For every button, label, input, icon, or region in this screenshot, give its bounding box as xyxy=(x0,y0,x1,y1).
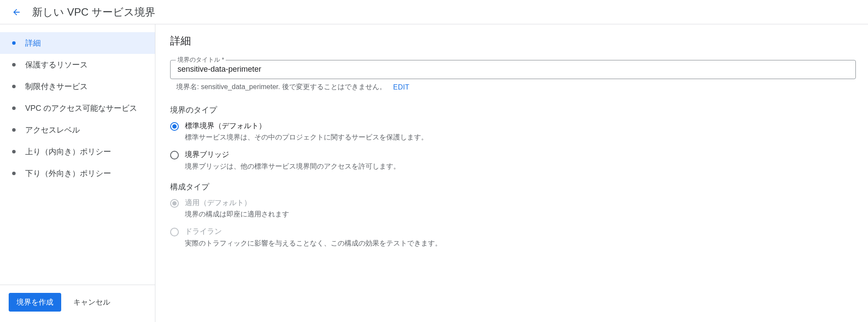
radio-standard-perimeter[interactable]: 標準境界（デフォルト） 標準サービス境界は、その中のプロジェクトに関するサービス… xyxy=(170,121,856,142)
sidebar-item-access-levels[interactable]: アクセスレベル xyxy=(0,119,155,141)
sidebar-item-details[interactable]: 詳細 xyxy=(0,32,155,54)
body: 詳細 保護するリソース 制限付きサービス VPC のアクセス可能なサービス アク… xyxy=(0,24,868,322)
step-dot-icon xyxy=(12,63,16,66)
sidebar-item-label: アクセスレベル xyxy=(25,125,80,135)
radio-text: ドライラン 実際のトラフィックに影響を与えることなく、この構成の効果をテストでき… xyxy=(185,227,442,248)
option-description: 実際のトラフィックに影響を与えることなく、この構成の効果をテストできます。 xyxy=(185,239,442,248)
sidebar-item-label: 詳細 xyxy=(25,38,41,48)
option-description: 境界ブリッジは、他の標準サービス境界間のアクセスを許可します。 xyxy=(185,162,400,171)
sidebar-items: 詳細 保護するリソース 制限付きサービス VPC のアクセス可能なサービス アク… xyxy=(0,32,155,285)
radio-enforce: 適用（デフォルト） 境界の構成は即座に適用されます xyxy=(170,198,856,219)
sidebar-item-restricted-services[interactable]: 制限付きサービス xyxy=(0,76,155,97)
radio-text: 標準境界（デフォルト） 標準サービス境界は、その中のプロジェクトに関するサービス… xyxy=(185,121,428,142)
radio-icon xyxy=(170,199,179,208)
option-label: 境界ブリッジ xyxy=(185,150,400,159)
helper-text: 境界名: sensitive_data_perimeter. 後で変更することは… xyxy=(176,83,386,92)
step-dot-icon xyxy=(12,85,16,88)
radio-text: 境界ブリッジ 境界ブリッジは、他の標準サービス境界間のアクセスを許可します。 xyxy=(185,150,400,171)
sidebar-item-label: 上り（内向き）ポリシー xyxy=(25,146,111,157)
group-heading: 境界のタイプ xyxy=(170,105,856,115)
step-dot-icon xyxy=(12,150,16,153)
step-dot-icon xyxy=(12,41,16,45)
sidebar-item-egress-policies[interactable]: 下り（外向き）ポリシー xyxy=(0,163,155,184)
radio-text: 適用（デフォルト） 境界の構成は即座に適用されます xyxy=(185,198,289,219)
main-panel: 詳細 境界のタイトル * 境界名: sensitive_data_perimet… xyxy=(155,24,868,322)
sidebar: 詳細 保護するリソース 制限付きサービス VPC のアクセス可能なサービス アク… xyxy=(0,24,155,322)
back-arrow-button[interactable] xyxy=(9,4,24,20)
config-type-group: 構成タイプ 適用（デフォルト） 境界の構成は即座に適用されます ドライラン 実際… xyxy=(170,182,856,248)
sidebar-item-label: 保護するリソース xyxy=(25,60,88,70)
sidebar-item-label: VPC のアクセス可能なサービス xyxy=(25,103,137,113)
page-title: 新しい VPC サービス境界 xyxy=(32,5,155,19)
step-dot-icon xyxy=(12,128,16,132)
helper-row: 境界名: sensitive_data_perimeter. 後で変更することは… xyxy=(170,83,856,92)
cancel-button[interactable]: キャンセル xyxy=(72,294,112,311)
radio-dry-run: ドライラン 実際のトラフィックに影響を与えることなく、この構成の効果をテストでき… xyxy=(170,227,856,248)
option-description: 境界の構成は即座に適用されます xyxy=(185,209,289,219)
root: 新しい VPC サービス境界 詳細 保護するリソース 制限付きサービス xyxy=(0,0,868,322)
option-label: 標準境界（デフォルト） xyxy=(185,121,428,131)
create-perimeter-button[interactable]: 境界を作成 xyxy=(9,293,61,312)
radio-icon xyxy=(170,122,179,131)
sidebar-item-vpc-accessible-services[interactable]: VPC のアクセス可能なサービス xyxy=(0,97,155,119)
option-label: ドライラン xyxy=(185,227,442,236)
sidebar-item-resources[interactable]: 保護するリソース xyxy=(0,54,155,76)
radio-icon xyxy=(170,228,179,236)
perimeter-title-input[interactable] xyxy=(177,64,849,74)
step-dot-icon xyxy=(12,172,16,175)
perimeter-type-group: 境界のタイプ 標準境界（デフォルト） 標準サービス境界は、その中のプロジェクトに… xyxy=(170,105,856,171)
sidebar-actions: 境界を作成 キャンセル xyxy=(0,285,155,322)
option-description: 標準サービス境界は、その中のプロジェクトに関するサービスを保護します。 xyxy=(185,133,428,142)
edit-name-button[interactable]: EDIT xyxy=(393,83,410,91)
radio-perimeter-bridge[interactable]: 境界ブリッジ 境界ブリッジは、他の標準サービス境界間のアクセスを許可します。 xyxy=(170,150,856,171)
sidebar-item-ingress-policies[interactable]: 上り（内向き）ポリシー xyxy=(0,141,155,163)
option-label: 適用（デフォルト） xyxy=(185,198,289,208)
section-title: 詳細 xyxy=(170,34,856,48)
field-label: 境界のタイトル * xyxy=(176,56,226,64)
step-dot-icon xyxy=(12,106,16,110)
sidebar-item-label: 下り（外向き）ポリシー xyxy=(25,168,111,179)
arrow-left-icon xyxy=(12,7,21,17)
radio-icon xyxy=(170,151,179,159)
group-heading: 構成タイプ xyxy=(170,182,856,192)
sidebar-item-label: 制限付きサービス xyxy=(25,81,88,92)
perimeter-title-field: 境界のタイトル * xyxy=(170,60,856,79)
top-bar: 新しい VPC サービス境界 xyxy=(0,0,868,24)
